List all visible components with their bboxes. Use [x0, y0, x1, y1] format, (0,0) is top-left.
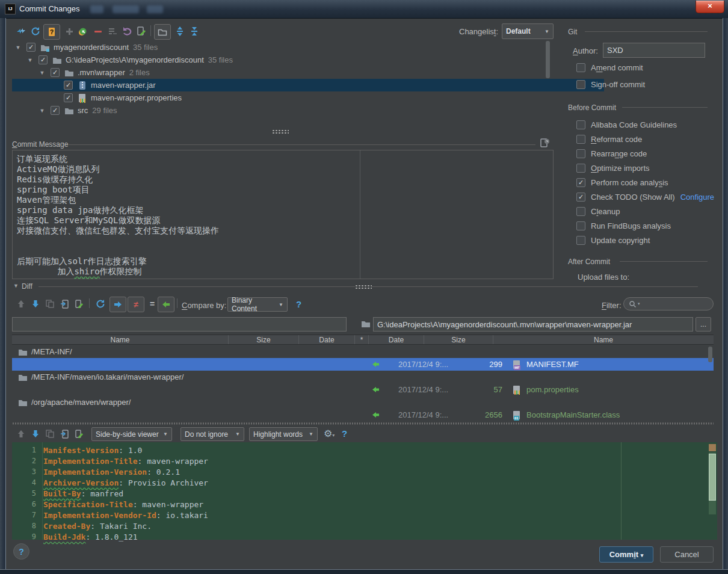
table-scrollbar[interactable]	[708, 347, 712, 362]
checkbox[interactable]: ✓	[51, 106, 60, 115]
ignore-policy-select[interactable]: Do not ignore▼	[180, 427, 244, 441]
tree-expand-icon[interactable]: ▼	[39, 70, 46, 76]
tree-row-project[interactable]: ▼ ✓ myagenorderdiscount 35 files	[12, 41, 555, 54]
message-history-button[interactable]	[540, 138, 551, 151]
alibaba-guidelines-checkbox[interactable]: Alibaba Code Guidelines	[576, 120, 677, 129]
header-size-left[interactable]: Size	[229, 335, 299, 344]
settings-gear-button[interactable]: ⚙▾	[324, 428, 335, 439]
table-row-file[interactable]: 2017/12/4 9:... 2656 01 BootstrapMainSta…	[12, 409, 714, 421]
checkbox[interactable]: ✓	[576, 193, 585, 202]
edit-source-button[interactable]	[72, 297, 85, 310]
table-row-file[interactable]: 2017/12/4 9:... 57 pom.properties	[12, 383, 714, 396]
highlight-policy-select[interactable]: Highlight words▼	[249, 427, 318, 441]
copy-button[interactable]	[43, 297, 57, 310]
checkbox[interactable]	[576, 63, 585, 72]
jump-to-source-button[interactable]	[58, 427, 71, 440]
tree-row-mvn-wrapper[interactable]: ▼ ✓ .mvn\wrapper 2 files	[12, 66, 579, 79]
equal-filter-button[interactable]: =	[146, 297, 159, 310]
checkbox[interactable]	[576, 120, 585, 129]
search-options-caret[interactable]: ▾	[638, 301, 640, 306]
diff-collapse-icon[interactable]: ▼	[13, 283, 19, 289]
diff-table-header[interactable]: Name Size Date * Date Size Name	[12, 335, 714, 345]
close-button[interactable]: ×	[696, 1, 724, 13]
signoff-commit-checkbox[interactable]: Sign-off commit	[576, 80, 645, 89]
configure-link[interactable]: Configure	[680, 193, 714, 202]
checkbox[interactable]: ✓	[51, 68, 60, 77]
cleanup-checkbox[interactable]: Cleanup	[576, 207, 620, 216]
move-to-changelist-button[interactable]	[76, 25, 89, 38]
perform-code-analysis-checkbox[interactable]: ✓ Perform code analysis	[576, 178, 668, 187]
refresh-diff-button[interactable]	[94, 297, 107, 310]
tree-row-maven-wrapper-properties[interactable]: ✓ maven-wrapper.properties	[12, 91, 604, 104]
update-copyright-checkbox[interactable]: Update copyright	[576, 236, 650, 245]
checkbox[interactable]	[576, 135, 585, 144]
apply-right-button[interactable]	[110, 297, 126, 312]
tree-row-root-path[interactable]: ▼ ✓ G:\ideaProjects\A\myagenorderdiscoun…	[12, 54, 567, 66]
tree-scrollbar[interactable]	[546, 41, 550, 78]
splitter-dotted-line[interactable]	[12, 422, 714, 425]
previous-change-button[interactable]	[14, 427, 28, 440]
add-button[interactable]	[63, 25, 76, 38]
header-date-right[interactable]: Date	[369, 335, 424, 344]
show-unversioned-files-button[interactable]: ??	[43, 24, 60, 40]
checkbox[interactable]	[576, 236, 585, 245]
splitter-grip[interactable]	[355, 285, 372, 289]
diff-code-editor[interactable]: 1Manifest-Version: 1.0 2Implementation-T…	[12, 442, 717, 540]
checkbox[interactable]	[576, 207, 585, 216]
tree-expand-icon[interactable]: ▼	[26, 57, 34, 63]
checkbox[interactable]	[576, 164, 585, 173]
filter-search-box[interactable]: ▾	[623, 297, 714, 310]
copy-button[interactable]	[43, 427, 57, 440]
rearrange-code-checkbox[interactable]: Rearrange code	[576, 149, 647, 158]
commit-message-editor[interactable]: 订单返现系统 ActiveMQ做消息队列 Redis做缓存持久化 spring …	[12, 150, 554, 279]
run-findbugs-checkbox[interactable]: Run FindBugs analysis	[576, 221, 671, 230]
header-size-right[interactable]: Size	[424, 335, 493, 344]
checkbox[interactable]: ✓	[64, 93, 73, 102]
tree-row-maven-wrapper-jar[interactable]: ✓ maven-wrapper.jar	[12, 79, 604, 91]
optimize-imports-checkbox[interactable]: Optimize imports	[576, 164, 650, 173]
checkbox[interactable]: ✓	[26, 43, 35, 52]
next-difference-button[interactable]	[29, 297, 42, 310]
refresh-button[interactable]	[29, 25, 42, 38]
author-field[interactable]	[603, 43, 705, 58]
check-todo-checkbox[interactable]: ✓ Check TODO (Show All) Configure	[576, 193, 714, 202]
help-button[interactable]: ?	[342, 428, 347, 439]
tree-row-src[interactable]: ▼ ✓ src 29 files	[12, 104, 579, 117]
checkbox[interactable]: ✓	[39, 55, 48, 64]
browse-button[interactable]: ...	[696, 317, 711, 332]
viewer-type-select[interactable]: Side-by-side viewer▼	[91, 427, 172, 441]
expand-all-button[interactable]	[173, 25, 187, 38]
rollback-button[interactable]	[120, 25, 134, 38]
changelist-select[interactable]: Default ▼	[502, 23, 554, 39]
checkbox[interactable]	[576, 221, 585, 230]
right-archive-path-field[interactable]	[373, 317, 693, 332]
remove-changelist-button[interactable]	[106, 25, 119, 38]
next-change-button[interactable]	[29, 427, 42, 440]
apply-left-button[interactable]	[158, 297, 174, 312]
table-row-dir[interactable]: /META-INF/maven/io.takari/maven-wrapper/	[12, 371, 714, 383]
edit-source-button[interactable]	[72, 427, 85, 440]
amend-commit-checkbox[interactable]: Amend commit	[576, 63, 643, 72]
header-name-right[interactable]: Name	[493, 335, 714, 344]
compare-by-select[interactable]: Binary Content ▼	[227, 297, 288, 312]
show-diff-button[interactable]	[14, 25, 28, 38]
checkbox[interactable]	[576, 80, 585, 89]
commit-button[interactable]: Commit ▾	[599, 546, 653, 563]
not-equal-filter-button[interactable]: ≠	[128, 297, 144, 312]
table-row-dir[interactable]: /META-INF/	[12, 345, 714, 358]
checkbox[interactable]	[576, 149, 585, 158]
checkbox[interactable]: ✓	[576, 178, 585, 187]
group-by-directory-button[interactable]	[154, 24, 171, 40]
delete-button[interactable]	[91, 25, 105, 38]
tree-expand-icon[interactable]: ▼	[14, 45, 22, 51]
header-name-left[interactable]: Name	[12, 335, 229, 344]
cancel-button[interactable]: Cancel	[660, 546, 714, 563]
table-row-file-selected[interactable]: 2017/12/4 9:... 299 MF MANIFEST.MF	[12, 358, 714, 371]
header-date-left[interactable]: Date	[299, 335, 355, 344]
header-star[interactable]: *	[355, 335, 369, 344]
splitter-grip[interactable]	[272, 129, 289, 134]
checkbox[interactable]: ✓	[64, 81, 73, 90]
editor-error-stripe[interactable]	[708, 442, 717, 540]
left-archive-path-field[interactable]	[12, 317, 347, 332]
table-row-dir[interactable]: /org/apache/maven/wrapper/	[12, 396, 714, 409]
